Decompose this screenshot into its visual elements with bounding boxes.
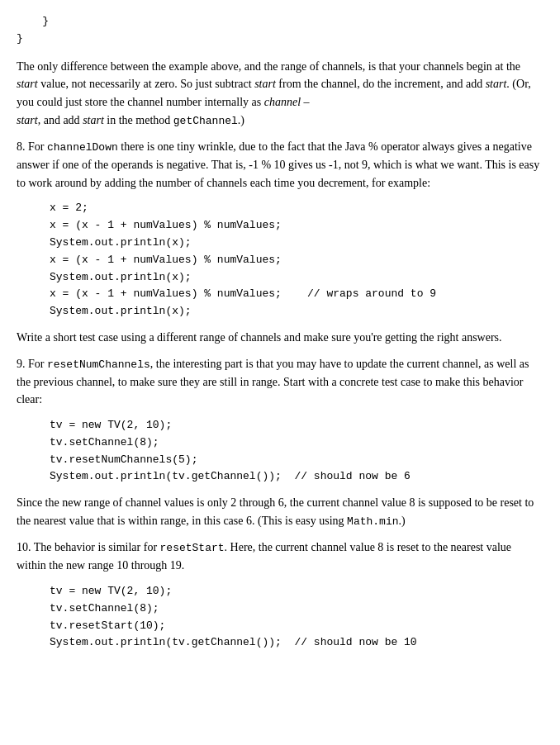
code2-line-3: tv.resetNumChannels(5); (50, 452, 543, 469)
paragraph-range-explanation: Since the new range of channel values is… (17, 494, 543, 530)
code3-line-3: tv.resetStart(10); (50, 618, 543, 635)
code2-line-1: tv = new TV(2, 10); (50, 417, 543, 434)
p1-text7: .) (238, 114, 244, 126)
paragraph-start-explanation: The only difference between the example … (17, 58, 543, 130)
p1-text2: value, not necessarily at zero. So just … (38, 78, 254, 90)
code3-line-4: System.out.println(tv.getChannel()); // … (50, 634, 543, 652)
paragraph-resetnumchannels: 9. For resetNumChannels, the interesting… (17, 355, 543, 410)
code-line-5: System.out.println(x); (50, 269, 543, 287)
code2-line-2: tv.setChannel(8); (50, 434, 543, 452)
brace-line-1: } (17, 13, 543, 31)
code-block-resetnumchannels-example: tv = new TV(2, 10); tv.setChannel(8); tv… (50, 417, 543, 486)
p1-text5: , and add (38, 114, 83, 126)
p1-italic-start1: start (17, 78, 38, 90)
p1-text3: from the channel, do the increment, and … (276, 78, 486, 90)
p1-italic-start5: start (83, 114, 104, 126)
p1-italic-start2: start (254, 78, 276, 90)
p5-text1: Since the new range of channel values is… (17, 496, 534, 527)
p3-text: Write a short test case using a differen… (17, 331, 502, 344)
p5-text2: .) (399, 515, 406, 527)
code-line-4: x = (x - 1 + numValues) % numValues; (50, 252, 543, 269)
p4-intro: 9. For (17, 358, 47, 370)
p1-text1: The only difference between the example … (17, 60, 520, 73)
p1-italic-start4: start (17, 114, 38, 126)
code-line-7: System.out.println(x); (50, 303, 543, 320)
code2-line-4: System.out.println(tv.getChannel()); // … (50, 468, 543, 486)
paragraph-test-case-reminder: Write a short test case using a differen… (17, 329, 543, 347)
brace-line-2: } (17, 31, 543, 48)
closing-braces: } } (17, 13, 543, 48)
p1-italic-channel: channel – (264, 96, 310, 108)
paragraph-channeldown: 8. For channelDown there is one tiny wri… (17, 138, 543, 192)
code-line-1: x = 2; (50, 200, 543, 217)
code-block-resetstart-example: tv = new TV(2, 10); tv.setChannel(8); tv… (50, 583, 543, 652)
code-line-3: System.out.println(x); (50, 235, 543, 252)
code-block-modulo-example: x = 2; x = (x - 1 + numValues) % numValu… (50, 200, 543, 320)
p1-code-getchannel: getChannel (173, 115, 238, 127)
p2-intro: 8. For (17, 140, 47, 153)
p5-code-mathmin: Math.min (347, 515, 398, 528)
p2-code-channeldown: channelDown (47, 141, 118, 154)
p4-code-resetnumchannels: resetNumChannels (47, 358, 150, 371)
paragraph-resetstart: 10. The behavior is similar for resetSta… (17, 539, 543, 575)
code3-line-1: tv = new TV(2, 10); (50, 583, 543, 600)
code3-line-2: tv.setChannel(8); (50, 600, 543, 618)
code-line-2: x = (x - 1 + numValues) % numValues; (50, 217, 543, 235)
p1-italic-start3: start (486, 78, 507, 90)
code-line-6: x = (x - 1 + numValues) % numValues; // … (50, 286, 543, 303)
p6-code-resetstart: resetStart (160, 542, 225, 554)
p1-text6: in the method (104, 114, 173, 126)
p6-intro: 10. The behavior is similar for (17, 541, 160, 553)
